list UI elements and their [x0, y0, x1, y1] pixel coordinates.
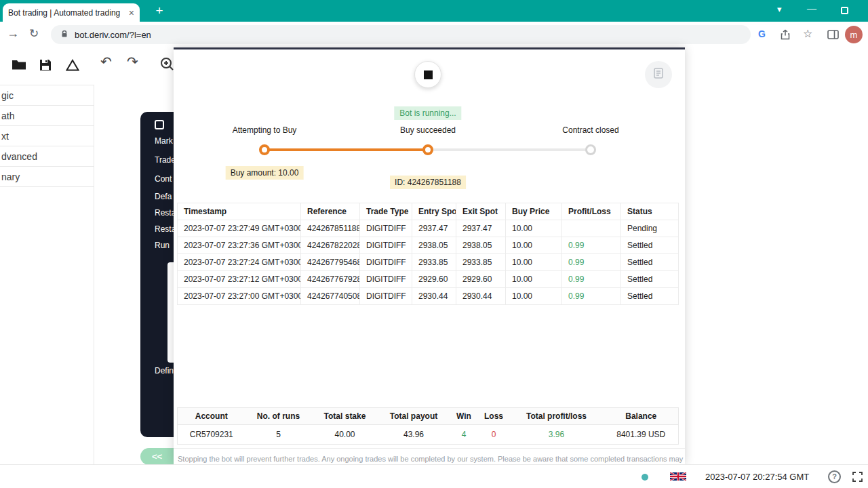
table-cell: 10.00 [506, 271, 562, 288]
stop-icon [424, 70, 433, 79]
summary-value: 3.96 [509, 425, 604, 445]
share-icon[interactable] [780, 29, 791, 43]
quick-panel-item[interactable]: Mark [155, 136, 173, 146]
table-cell: 424267851188 [301, 220, 360, 237]
summary-header: No. of runs [245, 408, 312, 425]
table-row[interactable]: 2023-07-07 23:27:24 GMT+0300424267795468… [178, 254, 679, 271]
summary-table: AccountNo. of runsTotal stakeTotal payou… [177, 407, 679, 445]
summary-header: Loss [479, 408, 509, 425]
step-dot-attempting [259, 144, 270, 155]
table-cell: 424267767928 [301, 271, 360, 288]
table-cell: 10.00 [506, 288, 562, 305]
toolbox-category[interactable]: xt [0, 126, 94, 146]
column-header: Exit Spot [456, 203, 506, 220]
bookmark-star-icon[interactable]: ☆ [803, 27, 812, 40]
quick-panel-item[interactable]: Defin [155, 366, 174, 375]
step-dot-closed [585, 144, 596, 155]
redo-icon[interactable]: ↷ [127, 54, 138, 70]
toolbox-category[interactable]: gic [0, 85, 94, 106]
table-cell: Settled [621, 288, 679, 305]
table-cell: 424267822028 [301, 237, 360, 254]
table-cell: 2929.60 [412, 271, 456, 288]
forward-icon[interactable]: → [7, 26, 19, 41]
journal-button[interactable] [645, 61, 672, 88]
fullscreen-icon[interactable] [852, 471, 863, 485]
summary-value: 40.00 [312, 425, 378, 445]
save-icon[interactable] [39, 59, 52, 74]
restore-window-icon[interactable] [841, 7, 848, 14]
table-cell: DIGITDIFF [360, 271, 412, 288]
toolbox-category[interactable]: nary [0, 167, 94, 187]
open-file-folder-icon[interactable] [12, 58, 26, 73]
table-cell: 2933.85 [412, 254, 456, 271]
table-row[interactable]: 2023-07-07 23:27:36 GMT+0300424267822028… [178, 237, 679, 254]
browser-address-bar-row: → ↻ bot.deriv.com/?l=en G ☆ m [0, 22, 868, 47]
summary-header: Total stake [312, 408, 378, 425]
help-icon[interactable]: ? [828, 470, 841, 483]
column-header: Reference [301, 203, 360, 220]
summary-header: Account [178, 408, 245, 425]
stop-bot-disclaimer: Stopping the bot will prevent further tr… [174, 448, 685, 463]
minimize-window-icon[interactable]: — [807, 3, 816, 14]
lock-icon [60, 28, 68, 41]
table-row[interactable]: 2023-07-07 23:27:00 GMT+0300424267740508… [178, 288, 679, 305]
collapse-panel-button[interactable]: << [140, 448, 174, 465]
table-cell: 10.00 [506, 237, 562, 254]
close-tab-icon[interactable]: × [129, 7, 134, 18]
table-cell: Pending [621, 220, 679, 237]
toolbox-category[interactable]: dvanced [0, 146, 94, 167]
table-cell: 2937.47 [456, 220, 506, 237]
table-cell: Settled [621, 271, 679, 288]
table-cell: 2023-07-07 23:27:36 GMT+0300 [178, 237, 301, 254]
reload-icon[interactable]: ↻ [29, 26, 39, 41]
status-bar: 2023-07-07 20:27:54 GMT ? [0, 464, 868, 488]
transactions-table: TimestampReferenceTrade TypeEntry SpotEx… [177, 203, 679, 305]
summary-value: 4 [450, 425, 479, 445]
toolbox-category[interactable]: ath [0, 106, 94, 126]
table-cell [562, 220, 621, 237]
zoom-in-icon[interactable] [160, 57, 175, 75]
table-row[interactable]: 2023-07-07 23:27:49 GMT+0300424267851188… [178, 220, 679, 237]
summary-value: CR5709231 [178, 425, 245, 445]
side-panel-icon[interactable] [827, 30, 839, 42]
table-cell: 10.00 [506, 254, 562, 271]
quick-panel-item[interactable]: Resta [155, 224, 176, 234]
table-cell: 2023-07-07 23:27:00 GMT+0300 [178, 288, 301, 305]
table-cell: 2023-07-07 23:27:12 GMT+0300 [178, 271, 301, 288]
quick-panel-item[interactable]: Run [155, 241, 170, 250]
quick-panel-item[interactable]: Cont [155, 174, 172, 184]
column-header: Status [621, 203, 679, 220]
summary-value: 0 [479, 425, 509, 445]
table-row[interactable]: 2023-07-07 23:27:12 GMT+0300424267767928… [178, 271, 679, 288]
new-tab-button[interactable]: + [151, 2, 168, 20]
table-cell: 2023-07-07 23:27:49 GMT+0300 [178, 220, 301, 237]
column-header: Entry Spot [412, 203, 456, 220]
uk-flag-icon[interactable] [670, 472, 686, 481]
quick-panel-item[interactable]: Defa [155, 192, 172, 201]
run-panel: Bot is running... Attempting to Buy Buy … [174, 47, 685, 464]
summary-header: Balance [604, 408, 679, 425]
table-cell: 0.99 [562, 237, 621, 254]
quick-panel-input[interactable] [167, 262, 174, 363]
table-cell: 2930.44 [412, 288, 456, 305]
stop-bot-button[interactable] [414, 61, 441, 88]
google-icon[interactable]: G [758, 28, 766, 39]
journal-icon [653, 68, 664, 81]
quick-panel-item[interactable]: Resta [155, 208, 176, 218]
quick-panel-item[interactable]: Trade [155, 155, 176, 165]
table-cell: Settled [621, 254, 679, 271]
step-label-closed: Contract closed [536, 125, 645, 135]
column-header: Profit/Loss [562, 203, 621, 220]
address-bar[interactable]: bot.deriv.com/?l=en [51, 25, 751, 44]
undo-icon[interactable]: ↶ [100, 54, 112, 70]
browser-tab[interactable]: Bot trading | Automated trading × [3, 3, 140, 22]
step-label-attempting: Attempting to Buy [210, 125, 319, 135]
summary-value: 5 [245, 425, 312, 445]
table-cell: Settled [621, 237, 679, 254]
google-drive-icon[interactable] [66, 59, 79, 74]
profile-avatar[interactable]: m [845, 26, 863, 43]
step-dot-succeeded [422, 144, 433, 155]
summary-value: 43.96 [378, 425, 450, 445]
tab-search-chevron-icon[interactable]: ▾ [777, 4, 782, 14]
table-cell: 2938.05 [412, 237, 456, 254]
